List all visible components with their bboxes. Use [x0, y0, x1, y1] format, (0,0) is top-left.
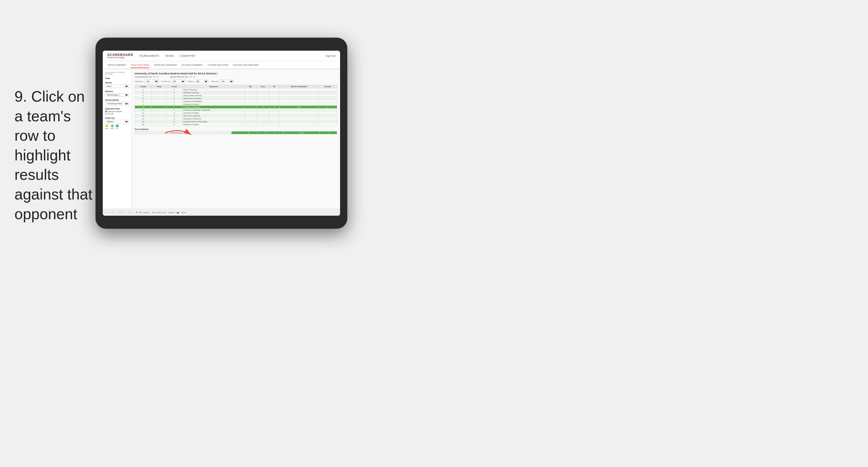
- division-select[interactable]: NCAA Division I: [105, 93, 129, 97]
- table-row[interactable]: 3-2Vanderbilt University: [135, 91, 337, 94]
- table-row[interactable]: 4-1Arizona State University: [135, 94, 337, 97]
- col-tie: Tie: [270, 85, 279, 88]
- gender-select[interactable]: Men's: [105, 85, 129, 88]
- opponents-filter: Opponents: (All): [134, 80, 159, 83]
- col-diff: Diff Av Strokes/Rnd: [279, 85, 319, 88]
- out-div-name: [220, 132, 231, 134]
- legend-dot-down: [105, 124, 108, 127]
- out-div-diff: 26.00: [283, 132, 320, 134]
- back-btn[interactable]: ↶: [113, 211, 114, 213]
- watch-btn[interactable]: Watch ▾: [168, 211, 175, 213]
- save-custom-view-btn[interactable]: Save Custom View: [151, 212, 166, 213]
- col-rank: # Rank: [135, 85, 152, 88]
- top-100-option[interactable]: Top 100: [105, 113, 129, 115]
- logo-powered: Powered by clippi: [107, 56, 133, 58]
- grid-area: University of North Carolina Head-to-Hea…: [132, 69, 340, 209]
- tablet-device: SCOREBOARD Powered by clippi TOURNAMENTS…: [95, 38, 347, 229]
- legend-down: Down: [105, 124, 109, 129]
- colour-by-label: Colour by: [105, 117, 129, 119]
- opponent-select[interactable]: (All): [219, 80, 234, 83]
- grid-subtitle: Overall Record: 89 - 17 - 0 Division Rec…: [134, 76, 337, 78]
- col-reg: # Reg: [151, 85, 166, 88]
- out-of-division-header: Out of division: [134, 128, 337, 130]
- conference-filter: Conference (All): [161, 80, 186, 83]
- subnav-team-summary[interactable]: TEAM SUMMARY: [107, 62, 126, 67]
- legend-level: Level: [111, 124, 114, 129]
- table-row[interactable]: 14-2University of Oklahoma: [135, 117, 337, 120]
- colour-by-select[interactable]: Win/loss: [105, 120, 129, 123]
- table-row[interactable]: 11-6University of Arkansas, Fayetteville: [135, 109, 337, 112]
- out-of-division-row[interactable]: NCAA Division II 1 0 0 26.00 3: [135, 132, 337, 134]
- table-row[interactable]: 13-1Texas Tech University: [135, 114, 337, 117]
- nav-teams[interactable]: TEAMS: [165, 53, 174, 58]
- school-section: School (Rank) 4 University of Nort...: [105, 99, 129, 106]
- legend-dot-up: [116, 124, 119, 127]
- out-of-division-table: NCAA Division II 1 0 0 26.00 3: [134, 131, 337, 134]
- school-select[interactable]: 4 University of Nort...: [105, 102, 129, 106]
- col-loss: Loss: [256, 85, 270, 88]
- h2h-table: # Rank # Reg # Conf Opponent Win Loss Ti…: [134, 85, 337, 126]
- opponents-select[interactable]: (All): [145, 80, 159, 83]
- division-label: Division: [105, 90, 129, 92]
- team-section: Team: [105, 77, 129, 79]
- tablet-screen: SCOREBOARD Powered by clippi TOURNAMENTS…: [103, 51, 340, 216]
- division-section: Division NCAA Division I: [105, 90, 129, 97]
- subnav-player-summary[interactable]: PLAYER SUMMARY: [182, 62, 203, 67]
- undo-btn[interactable]: ↩: [105, 211, 106, 213]
- table-row[interactable]: 2-1Auburn University: [135, 88, 337, 91]
- out-div-division: NCAA Division II: [135, 132, 220, 134]
- out-div-rounds: 3: [320, 132, 337, 134]
- gender-label: Gender: [105, 82, 129, 84]
- top-navigation: SCOREBOARD Powered by clippi TOURNAMENTS…: [103, 51, 340, 61]
- opponents-played-option[interactable]: Opponents Played: [105, 111, 129, 112]
- colour-by-section: Colour by Win/loss Down Level: [105, 117, 129, 129]
- subnav-player-h2h-grid[interactable]: PLAYER H2H GRID: [208, 62, 228, 67]
- copy-btn[interactable]: ⧉: [119, 211, 120, 213]
- out-div-win: 1: [231, 132, 249, 134]
- opponent-view-label: Opponent View: [105, 108, 129, 110]
- overall-record: Overall Record: 89 - 17 - 0: [134, 76, 159, 78]
- clock-btn[interactable]: ⏱: [129, 212, 131, 213]
- table-row[interactable]: 15-4Georgia Institute of Technology: [135, 120, 337, 123]
- logo-scoreboard: SCOREBOARD: [107, 53, 133, 56]
- col-rounds: Rounds: [319, 85, 337, 88]
- table-row[interactable]: 16-3University of Florida: [135, 123, 337, 126]
- table-row[interactable]: 10-5University of Alabama3002.618: [135, 106, 337, 109]
- opponents-played-radio[interactable]: [105, 111, 107, 112]
- subnav-team-h2h-heatmap[interactable]: TEAM H2H HEATMAP: [154, 62, 177, 67]
- instruction-text: 9. Click on a team's row to highlight re…: [14, 87, 95, 224]
- filters-row: Opponents: (All) Conference (All) Region: [134, 80, 337, 83]
- redo-btn[interactable]: ↪: [109, 211, 110, 213]
- gender-section: Gender Men's: [105, 82, 129, 88]
- nav-committee[interactable]: COMMITTEE: [180, 53, 195, 58]
- table-row[interactable]: 6-2Florida State University: [135, 97, 337, 100]
- table-row[interactable]: 8-2University of Washington: [135, 100, 337, 103]
- region-select[interactable]: (All): [194, 80, 209, 83]
- logo-area: SCOREBOARD Powered by clippi: [107, 53, 133, 58]
- timestamp: Last Updated: 27/03/2024 16:55:38: [105, 71, 129, 75]
- region-filter: Region (All): [188, 80, 209, 83]
- legend-up: Up: [116, 124, 119, 129]
- sign-out-button[interactable]: Sign out: [326, 54, 336, 57]
- out-div-tie: 0: [266, 132, 283, 134]
- team-label: Team: [105, 77, 129, 79]
- conference-select[interactable]: (All): [171, 80, 186, 83]
- opponent-filter: Opponent (All): [211, 80, 234, 83]
- subnav-team-h2h-grid[interactable]: TEAM H2H GRID: [131, 62, 149, 68]
- col-conf: # Conf: [166, 85, 182, 88]
- camera-btn[interactable]: 📷: [177, 211, 179, 213]
- paste-btn[interactable]: ⎘: [123, 212, 124, 213]
- col-opponent: Opponent: [182, 85, 245, 88]
- view-original-btn[interactable]: 👁 View: Original: [136, 211, 149, 213]
- sub-navigation: TEAM SUMMARY TEAM H2H GRID TEAM H2H HEAT…: [103, 61, 340, 69]
- table-row[interactable]: 9-3University of Arizona: [135, 103, 337, 106]
- share-btn[interactable]: Share: [181, 212, 186, 213]
- subnav-player-h2h-heatmap[interactable]: PLAYER H2H HEATMAP: [233, 62, 259, 67]
- nav-items: TOURNAMENTS TEAMS COMMITTEE: [139, 53, 323, 58]
- school-label: School (Rank): [105, 99, 129, 101]
- nav-tournaments[interactable]: TOURNAMENTS: [139, 53, 159, 58]
- table-row[interactable]: 12-3University of Virginia: [135, 112, 337, 114]
- top-100-radio[interactable]: [105, 113, 107, 115]
- legend-dot-level: [111, 124, 114, 127]
- out-div-loss: 0: [249, 132, 266, 134]
